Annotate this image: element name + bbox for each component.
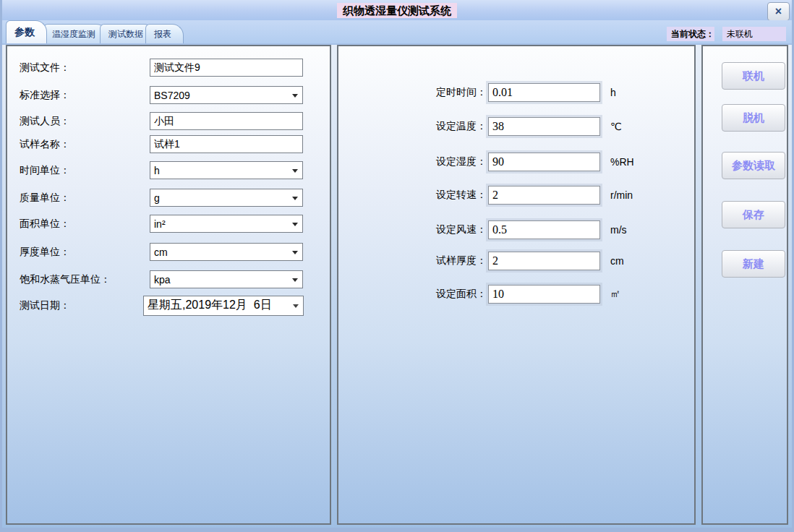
set-area-unit: ㎡ <box>610 288 620 301</box>
sample-thickness-input[interactable]: 2 <box>488 252 600 270</box>
temperature-unit: ℃ <box>610 121 622 132</box>
area-unit-select[interactable]: in² <box>150 215 303 233</box>
form-row: 质量单位： g <box>7 189 330 207</box>
timer-label: 定时时间： <box>367 86 487 99</box>
tab-strip: 参数 温湿度监测 测试数据 报表 当前状态： 未联机 <box>0 20 794 45</box>
chevron-down-icon <box>292 223 298 226</box>
test-date-label: 测试日期： <box>20 299 70 312</box>
sample-name-label: 试样名称： <box>20 138 70 151</box>
mass-unit-select[interactable]: g <box>150 189 303 207</box>
form-row: 测试文件： 测试文件9 <box>7 59 330 77</box>
title-bar: 织物透湿量仪测试系统 × <box>0 0 794 20</box>
temperature-input[interactable]: 38 <box>488 117 600 136</box>
parameters-panel: 测试文件： 测试文件9 标准选择： BS7209 测试人员： 小田 试样名称： … <box>6 45 331 525</box>
rotation-speed-input[interactable]: 2 <box>488 186 600 205</box>
close-icon: × <box>775 5 782 18</box>
thickness-unit-label: 厚度单位： <box>20 246 70 259</box>
form-row: 设定面积： 10 ㎡ <box>338 285 694 304</box>
actions-panel: 联机 脱机 参数读取 保存 新建 <box>701 45 788 525</box>
sample-name-input[interactable]: 试样1 <box>150 135 303 153</box>
new-button[interactable]: 新建 <box>722 250 785 278</box>
tab-temp-humidity-monitor[interactable]: 温湿度监测 <box>43 24 108 43</box>
chevron-down-icon <box>292 94 298 98</box>
vapor-pressure-unit-select[interactable]: kpa <box>150 270 303 288</box>
standard-select[interactable]: BS7209 <box>150 86 303 104</box>
save-button[interactable]: 保存 <box>722 201 785 228</box>
humidity-label: 设定湿度： <box>367 155 487 168</box>
wind-speed-unit: m/s <box>610 224 627 236</box>
standard-label: 标准选择： <box>20 89 70 102</box>
form-row: 测试日期： 星期五,2019年12月 6日 <box>7 296 330 314</box>
tab-report[interactable]: 报表 <box>145 24 184 43</box>
form-row: 标准选择： BS7209 <box>7 86 330 104</box>
connect-button[interactable]: 联机 <box>722 62 785 90</box>
humidity-input[interactable]: 90 <box>488 153 600 171</box>
test-file-input[interactable]: 测试文件9 <box>150 59 303 77</box>
time-unit-select[interactable]: h <box>150 161 303 179</box>
chevron-down-icon <box>292 197 298 200</box>
test-file-label: 测试文件： <box>20 61 70 74</box>
disconnect-button[interactable]: 脱机 <box>722 104 785 132</box>
form-row: 测试人员： 小田 <box>7 112 330 130</box>
chevron-down-icon <box>292 278 298 282</box>
form-row: 试样厚度： 2 cm <box>338 252 694 270</box>
close-button[interactable]: × <box>767 2 790 21</box>
set-area-label: 设定面积： <box>367 288 487 301</box>
form-row: 厚度单位： cm <box>7 243 330 261</box>
form-row: 时间单位： h <box>7 161 330 179</box>
wind-speed-input[interactable]: 0.5 <box>488 220 600 239</box>
app-window: 织物透湿量仪测试系统 × 参数 温湿度监测 测试数据 报表 当前状态： 未联机 … <box>0 0 794 532</box>
tab-parameters[interactable]: 参数 <box>6 20 47 43</box>
test-date-picker[interactable]: 星期五,2019年12月 6日 <box>143 296 304 316</box>
area-unit-label: 面积单位： <box>20 218 70 231</box>
form-row: 设定转速： 2 r/min <box>338 186 694 205</box>
set-area-input[interactable]: 10 <box>488 285 600 304</box>
tester-label: 测试人员： <box>20 115 70 128</box>
form-row: 设定风速： 0.5 m/s <box>338 220 694 239</box>
settings-panel: 定时时间： 0.01 h 设定温度： 38 ℃ 设定湿度： 90 %RH 设定转… <box>337 45 696 525</box>
tester-input[interactable]: 小田 <box>150 112 303 130</box>
chevron-down-icon <box>292 251 298 254</box>
time-unit-label: 时间单位： <box>20 164 70 177</box>
timer-input[interactable]: 0.01 <box>488 83 600 102</box>
form-row: 试样名称： 试样1 <box>7 135 330 153</box>
timer-unit: h <box>610 87 616 98</box>
vapor-pressure-unit-label: 饱和水蒸气压单位： <box>20 273 111 286</box>
status-label: 当前状态： <box>667 27 714 41</box>
mass-unit-label: 质量单位： <box>20 192 70 205</box>
form-row: 饱和水蒸气压单位： kpa <box>7 270 330 288</box>
thickness-unit-select[interactable]: cm <box>150 243 303 261</box>
wind-speed-label: 设定风速： <box>367 223 487 236</box>
status-badge: 未联机 <box>722 27 786 41</box>
form-row: 设定温度： 38 ℃ <box>338 117 694 136</box>
chevron-down-icon <box>292 169 298 173</box>
chevron-down-icon <box>293 304 299 308</box>
temperature-label: 设定温度： <box>367 120 487 133</box>
sample-thickness-unit: cm <box>610 255 624 267</box>
sample-thickness-label: 试样厚度： <box>367 254 487 267</box>
form-row: 面积单位： in² <box>7 215 330 233</box>
read-params-button[interactable]: 参数读取 <box>722 152 785 179</box>
window-title: 织物透湿量仪测试系统 <box>337 3 457 18</box>
rotation-speed-unit: r/min <box>610 189 633 201</box>
humidity-unit: %RH <box>610 156 634 168</box>
form-row: 设定湿度： 90 %RH <box>338 153 694 171</box>
form-row: 定时时间： 0.01 h <box>338 83 694 102</box>
rotation-speed-label: 设定转速： <box>367 189 487 202</box>
